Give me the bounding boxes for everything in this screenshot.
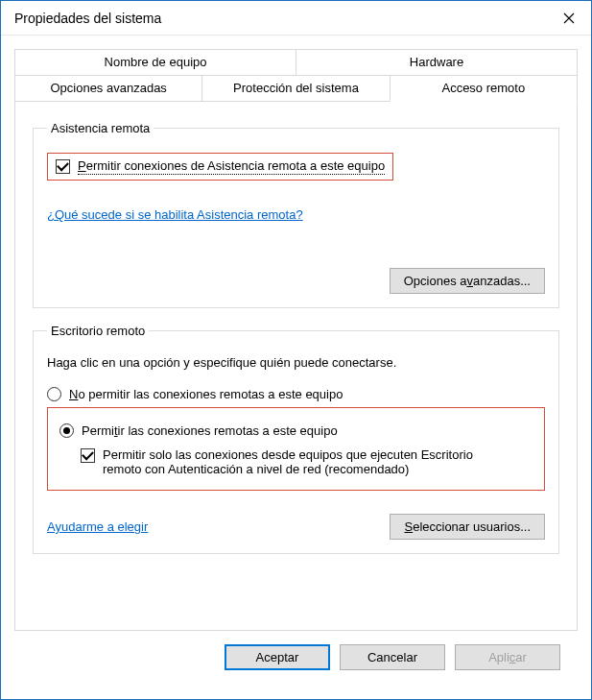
allow-remote-assistance-checkbox[interactable] bbox=[56, 159, 70, 174]
radio-deny-remote-row[interactable]: No permitir las conexiones remotas a est… bbox=[47, 387, 545, 401]
radio-allow-remote[interactable] bbox=[59, 423, 74, 438]
tab-system-protection[interactable]: Protección del sistema bbox=[201, 75, 390, 102]
groupbox-remote-assistance-legend: Asistencia remota bbox=[47, 121, 154, 135]
ok-button[interactable]: Aceptar bbox=[225, 644, 330, 670]
close-button[interactable] bbox=[547, 1, 591, 36]
tab-advanced-options[interactable]: Opciones avanzadas bbox=[14, 75, 202, 102]
apply-button[interactable]: Aplicar bbox=[455, 644, 560, 670]
cancel-button[interactable]: Cancelar bbox=[340, 644, 445, 670]
groupbox-remote-desktop: Escritorio remoto Haga clic en una opció… bbox=[33, 324, 559, 554]
dialog-client-area: Nombre de equipo Hardware Opciones avanz… bbox=[1, 36, 591, 670]
tab-remote-access[interactable]: Acceso remoto bbox=[390, 75, 578, 102]
tabs-row-2: Opciones avanzadas Protección del sistem… bbox=[14, 75, 578, 102]
radio-deny-remote-label: No permitir las conexiones remotas a est… bbox=[69, 387, 343, 401]
tabs-row-1: Nombre de equipo Hardware bbox=[14, 49, 578, 76]
radio-allow-remote-row[interactable]: Permitir las conexiones remotas a este e… bbox=[59, 423, 533, 438]
remote-desktop-help-link[interactable]: Ayudarme a elegir bbox=[47, 519, 148, 534]
window-title: Propiedades del sistema bbox=[14, 11, 161, 26]
titlebar: Propiedades del sistema bbox=[1, 1, 591, 36]
allow-remote-assistance-label: Permitir conexiones de Asistencia remota… bbox=[78, 158, 385, 175]
highlight-allow-remote: Permitir las conexiones remotas a este e… bbox=[47, 407, 545, 491]
remote-assistance-help-link[interactable]: ¿Qué sucede si se habilita Asistencia re… bbox=[47, 207, 303, 222]
nla-checkbox[interactable] bbox=[81, 448, 95, 463]
nla-checkbox-row[interactable]: Permitir solo las conexiones desde equip… bbox=[81, 447, 533, 476]
remote-desktop-description: Haga clic en una opción y especifique qu… bbox=[47, 355, 545, 370]
groupbox-remote-assistance: Asistencia remota Permitir conexiones de… bbox=[33, 121, 559, 308]
groupbox-remote-desktop-legend: Escritorio remoto bbox=[47, 324, 149, 338]
radio-allow-remote-label: Permitir las conexiones remotas a este e… bbox=[82, 423, 338, 438]
remote-assistance-advanced-button[interactable]: Opciones avanzadas... bbox=[390, 268, 545, 294]
tab-hardware[interactable]: Hardware bbox=[296, 49, 578, 76]
radio-deny-remote[interactable] bbox=[47, 387, 61, 401]
nla-checkbox-label: Permitir solo las conexiones desde equip… bbox=[103, 447, 506, 476]
select-users-button[interactable]: Seleccionar usuarios... bbox=[390, 514, 545, 540]
dialog-button-row: Aceptar Cancelar Aplicar bbox=[14, 631, 578, 670]
tab-computer-name[interactable]: Nombre de equipo bbox=[14, 49, 296, 76]
close-icon bbox=[563, 12, 575, 24]
highlight-remote-assistance-checkbox: Permitir conexiones de Asistencia remota… bbox=[47, 153, 393, 181]
tab-panel-remote-access: Asistencia remota Permitir conexiones de… bbox=[14, 101, 578, 631]
allow-remote-assistance-row[interactable]: Permitir conexiones de Asistencia remota… bbox=[56, 158, 385, 175]
